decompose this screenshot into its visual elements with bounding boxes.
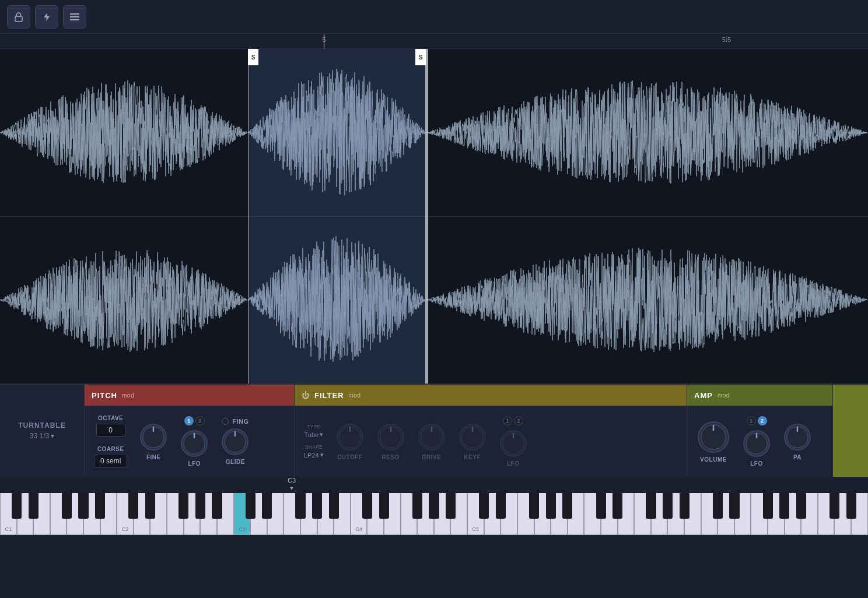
black-key-10[interactable]: [178, 493, 188, 519]
amp-lfo-badge-1[interactable]: 1: [747, 416, 756, 425]
black-key-14[interactable]: [246, 493, 256, 519]
black-key-31[interactable]: [529, 493, 539, 519]
black-key-15[interactable]: [262, 493, 272, 519]
black-key-19[interactable]: [329, 493, 339, 519]
waveform-container[interactable]: 5 5.5 S S: [0, 34, 868, 384]
amp-mod-label: mod: [718, 392, 730, 399]
filter-lfo-knob[interactable]: [499, 429, 528, 458]
amp-title: AMP: [694, 391, 713, 400]
filter-lfo-badge-1[interactable]: 1: [503, 416, 512, 425]
amp-section: AMP mod VOLUME 1 2: [687, 385, 833, 477]
black-key-1[interactable]: [29, 493, 38, 519]
filter-shape-value[interactable]: LP24 ▾: [304, 451, 324, 459]
glide-knob[interactable]: [220, 427, 250, 456]
black-key-0[interactable]: [12, 493, 22, 519]
filter-type-label: TYPE: [307, 424, 321, 430]
black-key-49[interactable]: [830, 493, 839, 519]
piano-keyboard[interactable]: C1C2C3C4C5: [0, 493, 868, 535]
black-key-45[interactable]: [763, 493, 773, 519]
black-key-35[interactable]: [596, 493, 606, 519]
black-key-50[interactable]: [846, 493, 856, 519]
fine-label: FINE: [146, 454, 161, 460]
black-key-42[interactable]: [713, 493, 723, 519]
filter-type-control: TYPE Tube ▾ SHAPE LP24 ▾: [304, 424, 324, 459]
black-key-17[interactable]: [295, 493, 305, 519]
fine-knob[interactable]: [139, 423, 168, 452]
filter-header: ⏻ FILTER mod: [295, 385, 687, 406]
black-key-43[interactable]: [729, 493, 739, 519]
black-key-4[interactable]: [78, 493, 88, 519]
black-key-3[interactable]: [62, 493, 72, 519]
glide-knob-container: FING GLIDE: [220, 418, 250, 465]
black-key-12[interactable]: [212, 493, 222, 519]
octave-label: OCTAVE: [98, 415, 123, 421]
lfo-badge-1[interactable]: 1: [184, 416, 194, 425]
selection-handle-left[interactable]: S: [248, 49, 258, 65]
lfo-knob-container: 1 2 LFO: [180, 416, 209, 467]
fing-label: FING: [232, 418, 249, 425]
amp-lfo-container: 1 2 LFO: [742, 416, 771, 467]
black-key-5[interactable]: [95, 493, 105, 519]
keyf-knob-container: KEYF: [458, 423, 487, 460]
bolt-button[interactable]: [35, 5, 58, 29]
black-key-40[interactable]: [680, 493, 690, 519]
coarse-value[interactable]: 0 semi: [94, 455, 127, 467]
black-key-11[interactable]: [195, 493, 205, 519]
drive-knob[interactable]: [417, 423, 446, 452]
pitch-header: PITCH mod: [85, 385, 294, 406]
filter-section: ⏻ FILTER mod TYPE Tube ▾ SHAPE LP24 ▾: [295, 385, 687, 477]
keyf-knob[interactable]: [458, 423, 487, 452]
waveform-center-divider: [0, 216, 868, 217]
black-key-32[interactable]: [546, 493, 556, 519]
black-key-18[interactable]: [312, 493, 322, 519]
lock-button[interactable]: [7, 5, 30, 29]
black-key-24[interactable]: [412, 493, 422, 519]
waveform-area[interactable]: S S: [0, 49, 868, 384]
reso-knob[interactable]: [376, 423, 405, 452]
black-key-39[interactable]: [663, 493, 673, 519]
black-key-29[interactable]: [496, 493, 506, 519]
black-key-47[interactable]: [796, 493, 806, 519]
svg-marker-1: [44, 13, 50, 21]
black-key-25[interactable]: [429, 493, 439, 519]
black-key-7[interactable]: [128, 493, 138, 519]
black-key-21[interactable]: [362, 493, 372, 519]
filter-title: FILTER: [314, 391, 344, 400]
lfo-badge-2[interactable]: 2: [195, 416, 205, 425]
selection-region[interactable]: S S: [248, 49, 426, 384]
filter-knobs-area: TYPE Tube ▾ SHAPE LP24 ▾ C: [295, 406, 687, 477]
black-key-36[interactable]: [612, 493, 622, 519]
selection-handle-right[interactable]: S: [415, 49, 426, 65]
black-key-26[interactable]: [446, 493, 456, 519]
turntable-value[interactable]: 33 1/3 ▾: [30, 432, 54, 440]
black-key-22[interactable]: [379, 493, 389, 519]
fing-toggle[interactable]: FING: [222, 418, 249, 425]
cutoff-knob[interactable]: [335, 423, 365, 452]
black-key-38[interactable]: [646, 493, 656, 519]
volume-knob-container: VOLUME: [696, 420, 730, 463]
lines-button[interactable]: [63, 5, 86, 29]
black-key-33[interactable]: [562, 493, 572, 519]
pan-knob[interactable]: [783, 423, 812, 452]
black-key-46[interactable]: [779, 493, 789, 519]
lfo-knob[interactable]: [180, 429, 209, 458]
piano-container: C3 ▼ C1C2C3C4C5: [0, 477, 868, 535]
reso-knob-container: RESO: [376, 423, 405, 460]
cutoff-knob-container: CUTOFF: [335, 423, 365, 460]
note-label: C3: [288, 477, 296, 484]
pitch-mod-label: mod: [122, 392, 134, 399]
filter-lfo-label: LFO: [507, 460, 520, 467]
black-key-8[interactable]: [145, 493, 155, 519]
amp-lfo-badge-2[interactable]: 2: [758, 416, 767, 425]
pan-label: PA: [793, 454, 802, 460]
filter-lfo-badge-2[interactable]: 2: [514, 416, 523, 425]
octave-value[interactable]: 0: [96, 424, 125, 437]
filter-type-value[interactable]: Tube ▾: [304, 431, 324, 438]
amp-lfo-knob[interactable]: [742, 429, 771, 458]
filter-mod-label: mod: [349, 392, 361, 399]
volume-knob[interactable]: [696, 420, 730, 454]
black-key-28[interactable]: [479, 493, 489, 519]
turntable-label: TURNTABLE: [18, 421, 65, 430]
filter-power-icon[interactable]: ⏻: [302, 391, 310, 400]
keyf-label: KEYF: [464, 454, 481, 460]
